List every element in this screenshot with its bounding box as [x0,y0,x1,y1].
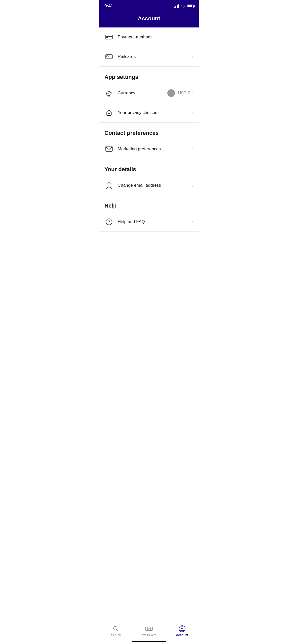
page-header: Account [99,11,199,27]
svg-point-16 [108,183,110,185]
status-time: 9:41 [104,4,113,9]
payment-methods-label: Payment methods [118,35,192,40]
currency-value: USD $ [178,91,190,95]
currency-label: Currency [118,91,167,96]
svg-point-9 [108,93,108,94]
contact-preferences-header: Contact preferences [99,123,199,139]
help-faq-label: Help and FAQ [118,219,192,224]
svg-point-8 [106,92,111,96]
status-icons [174,4,194,8]
wifi-icon [181,4,185,8]
svg-text:?: ? [108,219,110,224]
help-faq-item[interactable]: ? Help and FAQ › [99,212,199,232]
content-area: Payment methods › Railcards › App settin… [99,27,199,255]
marketing-preferences-item[interactable]: Marketing preferences › [99,139,199,159]
marketing-chevron: › [192,147,194,152]
marketing-preferences-label: Marketing preferences [118,147,192,152]
piggy-bank-icon [104,89,114,98]
status-bar: 9:41 [99,0,199,11]
your-details-header: Your details [99,159,199,176]
battery-icon [187,5,194,8]
currency-chevron: › [192,91,194,96]
person-icon [104,181,114,190]
svg-rect-1 [106,35,112,39]
svg-rect-5 [106,56,108,57]
credit-card-icon [104,33,114,42]
privacy-chevron: › [192,110,194,115]
envelope-icon [104,144,114,154]
help-faq-chevron: › [192,219,194,225]
change-email-label: Change email address [118,183,192,188]
help-icon: ? [104,217,114,226]
railcards-label: Railcards [118,54,192,59]
change-email-chevron: › [192,183,194,188]
svg-rect-4 [106,55,112,59]
railcards-item[interactable]: Railcards › [99,47,199,67]
privacy-item[interactable]: Your privacy choices › [99,103,199,123]
railcards-chevron: › [192,54,194,60]
change-email-item[interactable]: Change email address › [99,176,199,195]
payment-methods-chevron: › [192,35,194,40]
help-header: Help [99,195,199,212]
privacy-label: Your privacy choices [118,110,192,115]
railcard-icon [104,52,114,61]
svg-point-0 [183,7,183,8]
signal-icon [174,4,179,8]
lock-icon [104,108,114,117]
page-title: Account [138,15,160,22]
payment-methods-item[interactable]: Payment methods › [99,27,199,47]
currency-dot [167,89,175,97]
svg-line-11 [110,96,110,96]
app-settings-header: App settings [99,67,199,83]
currency-item[interactable]: Currency USD $ › [99,83,199,103]
